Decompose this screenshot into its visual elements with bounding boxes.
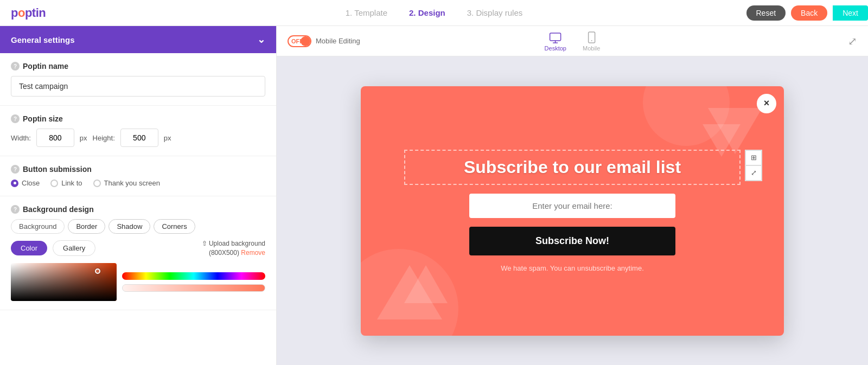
svg-rect-0 — [550, 33, 561, 41]
popup-subtext: We hate spam. You can unsubscribe anytim… — [501, 264, 644, 272]
help-icon[interactable]: ? — [11, 62, 20, 71]
help-icon-btn[interactable]: ? — [11, 165, 20, 174]
back-button[interactable]: Back — [791, 5, 827, 21]
color-picker-area — [11, 263, 265, 301]
toggle-wrap: OFF Mobile Editing — [288, 35, 360, 47]
next-button[interactable]: Next — [833, 5, 868, 21]
radio-close-label: Close — [22, 179, 40, 187]
mobile-editing-label: Mobile Editing — [316, 37, 360, 45]
step-template: 1. Template — [346, 8, 387, 17]
resize-icon[interactable]: ⤢ — [745, 165, 762, 181]
radio-link-label: Link to — [61, 179, 82, 187]
gallery-button[interactable]: Gallery — [53, 240, 95, 256]
radio-dot-link — [50, 180, 58, 187]
expand-icon[interactable]: ⤢ — [848, 35, 857, 48]
nav-buttons: Reset Back Next — [746, 5, 858, 21]
alpha-slider[interactable] — [122, 284, 265, 292]
radio-close[interactable]: Close — [11, 179, 40, 187]
tab-border[interactable]: Border — [68, 219, 105, 234]
step-design: 2. Design — [409, 8, 445, 17]
radio-dot-close — [11, 180, 18, 187]
remove-link[interactable]: Remove — [241, 249, 265, 257]
chevron-down-icon[interactable]: ⌄ — [257, 34, 265, 46]
popup-preview: × Subscribe to our email list ⊞ ⤢ — [361, 86, 784, 336]
height-px: px — [164, 134, 171, 142]
radio-thank-you[interactable]: Thank you screen — [93, 179, 160, 187]
color-button[interactable]: Color — [11, 241, 47, 255]
right-panel: OFF Mobile Editing Desktop — [277, 26, 868, 365]
left-panel: General settings ⌄ ? Poptin name ? Popti… — [0, 26, 277, 365]
poptin-size-label: ? Poptin size — [11, 114, 265, 123]
color-gradient[interactable] — [11, 263, 117, 301]
panel-header-title: General settings — [11, 35, 75, 44]
radio-thank-you-label: Thank you screen — [104, 179, 160, 187]
popup-content: Subscribe to our email list ⊞ ⤢ Subscrib… — [361, 86, 784, 336]
preview-area: × Subscribe to our email list ⊞ ⤢ — [288, 67, 857, 354]
width-input[interactable] — [36, 129, 74, 147]
upload-link[interactable]: ⇧ Upload background (800X500) Remove — [202, 239, 265, 258]
tab-corners[interactable]: Corners — [154, 219, 195, 234]
height-label: Height: — [93, 134, 115, 142]
upload-size: (800X500) — [209, 249, 239, 257]
desktop-icon[interactable]: Desktop — [545, 31, 566, 52]
email-input[interactable] — [469, 194, 675, 218]
width-px: px — [80, 134, 87, 142]
popup-title: Subscribe to our email list — [464, 157, 681, 177]
background-design-section: ? Background design Background Border Sh… — [0, 196, 276, 310]
button-submission-section: ? Button submission Close Link to Thank … — [0, 156, 276, 196]
steps: 1. Template 2. Design 3. Display rules — [346, 8, 523, 17]
main-layout: General settings ⌄ ? Poptin name ? Popti… — [0, 26, 868, 365]
background-design-label: ? Background design — [11, 205, 265, 214]
rainbow-slider[interactable] — [122, 272, 265, 280]
tab-background[interactable]: Background — [11, 219, 65, 234]
close-icon: × — [764, 98, 770, 109]
copy-icon[interactable]: ⊞ — [745, 150, 762, 165]
mobile-editing-toggle[interactable]: OFF — [288, 35, 311, 47]
logo-o: o — [18, 6, 25, 20]
toggle-knob — [301, 36, 310, 46]
button-submission-label: ? Button submission — [11, 165, 265, 174]
top-nav: poptin 1. Template 2. Design 3. Display … — [0, 0, 868, 26]
popup-title-wrap: Subscribe to our email list — [404, 150, 741, 185]
device-icons: Desktop Mobile — [545, 31, 601, 52]
help-icon-size[interactable]: ? — [11, 114, 20, 123]
preview-toolbar: OFF Mobile Editing Desktop — [277, 26, 868, 56]
poptin-size-section: ? Poptin size Width: px Height: px — [0, 106, 276, 156]
color-gallery-row: Color Gallery ⇧ Upload background (800X5… — [11, 239, 265, 258]
svg-point-2 — [591, 40, 592, 41]
color-sliders — [122, 263, 265, 301]
radio-group: Close Link to Thank you screen — [11, 179, 265, 187]
tab-shadow[interactable]: Shadow — [108, 219, 150, 234]
poptin-name-section: ? Poptin name — [0, 53, 276, 106]
poptin-name-input[interactable] — [11, 76, 265, 97]
desktop-label: Desktop — [545, 45, 566, 52]
popup-close-button[interactable]: × — [757, 94, 776, 113]
bg-tabs: Background Border Shadow Corners — [11, 219, 265, 234]
poptin-name-label: ? Poptin name — [11, 62, 265, 71]
reset-button[interactable]: Reset — [746, 5, 786, 21]
mobile-label: Mobile — [583, 45, 600, 52]
step-display-rules: 3. Display rules — [467, 8, 523, 17]
color-gradient-dot[interactable] — [95, 268, 100, 274]
logo: poptin — [11, 6, 46, 20]
width-label: Width: — [11, 134, 31, 142]
panel-header: General settings ⌄ — [0, 26, 276, 53]
help-icon-bg[interactable]: ? — [11, 205, 20, 214]
size-row: Width: px Height: px — [11, 129, 265, 147]
radio-link-to[interactable]: Link to — [50, 179, 82, 187]
mobile-icon[interactable]: Mobile — [583, 31, 600, 52]
subscribe-button[interactable]: Subscribe Now! — [469, 227, 675, 255]
radio-dot-thank-you — [93, 180, 101, 187]
height-input[interactable] — [120, 129, 158, 147]
